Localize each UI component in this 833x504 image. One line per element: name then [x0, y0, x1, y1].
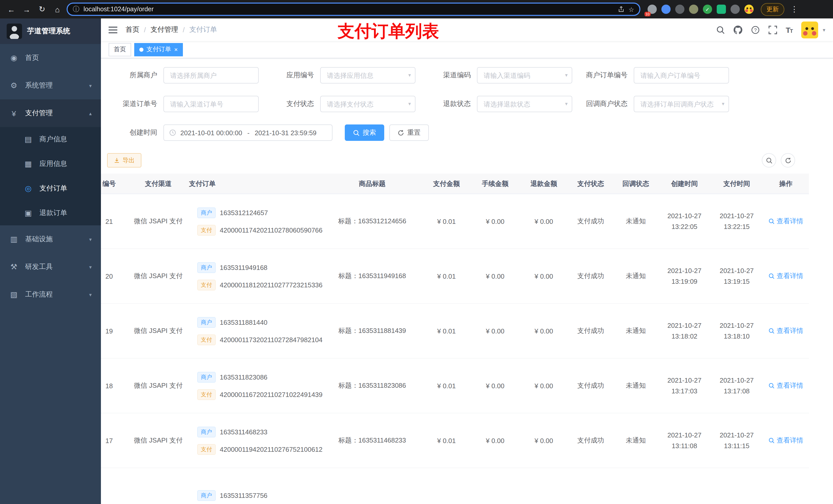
- cell-refund: ¥ 0.00: [520, 304, 568, 359]
- sidebar-item-3[interactable]: ▤商户信息: [0, 127, 101, 152]
- pay-tag: 支付: [197, 334, 216, 345]
- tab-pay-order[interactable]: 支付订单 ×: [134, 43, 183, 56]
- hamburger-icon[interactable]: [109, 26, 117, 33]
- refund-status-select[interactable]: [477, 96, 572, 112]
- field-label: 回调商户状态: [577, 99, 634, 109]
- field-label: 应用编号: [264, 71, 320, 80]
- home-icon[interactable]: ⌂: [51, 5, 64, 14]
- refresh-table-button[interactable]: [781, 153, 795, 167]
- browser-menu-icon[interactable]: ⋮: [790, 5, 798, 14]
- field-label: 商户订单编号: [577, 71, 634, 80]
- browser-extension-icon[interactable]: [661, 5, 671, 14]
- sidebar-item-4[interactable]: ▦应用信息: [0, 152, 101, 176]
- channel-code-select[interactable]: [477, 67, 572, 83]
- breadcrumb: 首页 / 支付管理 / 支付订单: [125, 25, 217, 34]
- col-header: 退款金额: [520, 174, 568, 194]
- sidebar-item-label: 工作流程: [25, 290, 53, 299]
- create-time-range-picker[interactable]: 2021-10-01 00:00:00 - 2021-10-31 23:59:5…: [163, 124, 332, 141]
- notify-status-select[interactable]: [634, 96, 729, 112]
- url-text: localhost:1024/pay/order: [84, 6, 154, 13]
- bookmark-star-icon[interactable]: ☆: [628, 5, 634, 13]
- browser-extension-icon[interactable]: ✓: [703, 5, 712, 14]
- url-bar[interactable]: ⓘ localhost:1024/pay/order ☆: [67, 3, 640, 16]
- sidebar-item-5[interactable]: ◎支付订单: [0, 176, 101, 201]
- breadcrumb-item[interactable]: 首页: [125, 25, 139, 34]
- sidebar-item-label: 支付管理: [25, 109, 53, 118]
- cell-amount: ¥ 0.01: [422, 359, 471, 413]
- cell-title: 标题：1635311881439: [322, 304, 422, 359]
- sidebar-item-6[interactable]: ▣退款订单: [0, 201, 101, 225]
- share-icon[interactable]: [618, 6, 624, 13]
- cell-order: 商户 1635311949168 支付 42000011812021102777…: [189, 249, 322, 304]
- merchant-order-no: 1635311949168: [220, 264, 267, 271]
- view-detail-link[interactable]: 查看详情: [768, 381, 803, 390]
- cell-create-time: 2021-10-2713:11:08: [658, 413, 711, 468]
- cell-notify-status: 未通知: [613, 249, 658, 304]
- cell-id: [101, 468, 127, 504]
- forward-icon[interactable]: →: [21, 5, 33, 14]
- reload-icon[interactable]: ↻: [36, 5, 48, 14]
- browser-extension-icon[interactable]: [675, 5, 685, 14]
- clock-icon: [169, 129, 176, 136]
- close-icon[interactable]: ×: [174, 46, 178, 53]
- toggle-search-button[interactable]: [762, 153, 776, 167]
- cell-order: 商户 1635311468233 支付 42000011942021102767…: [189, 413, 322, 468]
- chevron-down-icon: ▾: [565, 101, 568, 106]
- merchant-order-no: 1635311357756: [220, 491, 267, 499]
- back-icon[interactable]: ←: [5, 5, 18, 14]
- channel-order-no-input[interactable]: [163, 96, 259, 112]
- sidebar-item-1[interactable]: ⚙系统管理▾: [0, 72, 101, 99]
- merchant-order-no-input[interactable]: [634, 67, 729, 83]
- pay-tag: 支付: [197, 389, 216, 400]
- cell-refund: ¥ 0.00: [520, 413, 568, 468]
- view-detail-link[interactable]: 查看详情: [768, 271, 803, 281]
- view-detail-link[interactable]: 查看详情: [768, 436, 803, 445]
- breadcrumb-item[interactable]: 支付管理: [151, 25, 178, 34]
- pin-icon[interactable]: [731, 5, 740, 14]
- github-icon[interactable]: [733, 25, 742, 34]
- sidebar-item-9[interactable]: ▧工作流程▾: [0, 281, 101, 308]
- browser-extension-icon[interactable]: [689, 5, 698, 14]
- search-icon[interactable]: [716, 25, 724, 34]
- app-id-select[interactable]: [320, 67, 415, 83]
- devtools-icon: ⚒: [9, 262, 19, 271]
- extensions-puzzle-icon[interactable]: 10: [647, 5, 657, 14]
- cell-channel: 微信 JSAPI 支付: [127, 413, 189, 468]
- help-icon[interactable]: ?: [751, 25, 760, 34]
- cell-pay-time: 2021-10-2713:22:15: [711, 194, 763, 249]
- export-button[interactable]: 导出: [107, 153, 141, 167]
- merchant-input[interactable]: [163, 67, 259, 83]
- font-size-icon[interactable]: TT: [786, 25, 792, 34]
- cell-pay-status: [568, 468, 613, 504]
- refund-order-icon: ▣: [24, 209, 33, 218]
- pay-tag: 支付: [197, 224, 216, 235]
- fullscreen-icon[interactable]: [768, 25, 777, 34]
- cell-action: 查看详情: [763, 304, 809, 359]
- chevron-down-icon[interactable]: ▾: [823, 27, 825, 32]
- view-detail-link[interactable]: 查看详情: [768, 217, 803, 226]
- sidebar-item-label: 系统管理: [25, 81, 53, 90]
- sidebar-item-0[interactable]: ◉首页: [0, 44, 101, 72]
- cell-title: 标题：1635311949168: [322, 249, 422, 304]
- pay-status-select[interactable]: [320, 96, 415, 112]
- cell-create-time: 2021-10-2713:18:02: [658, 304, 711, 359]
- sidebar-item-2[interactable]: ¥支付管理▴: [0, 99, 101, 127]
- site-info-icon[interactable]: ⓘ: [73, 5, 79, 14]
- search-button[interactable]: 搜索: [345, 124, 384, 141]
- reset-button[interactable]: 重置: [389, 124, 429, 141]
- pay-tag: 支付: [197, 444, 216, 455]
- cell-order: 商户 1635311823086 支付 42000011672021102710…: [189, 359, 322, 413]
- search-icon: [768, 218, 775, 224]
- sidebar-item-7[interactable]: ▥基础设施▾: [0, 225, 101, 253]
- user-avatar[interactable]: [801, 21, 818, 38]
- sidebar-item-8[interactable]: ⚒研发工具▾: [0, 253, 101, 281]
- merchant-line: 商户 1635311823086: [197, 371, 267, 382]
- pay-line: 支付 4200001167202110271022491439: [197, 389, 323, 400]
- sidebar-item-label: 基础设施: [25, 235, 53, 244]
- browser-extension-icon[interactable]: [717, 5, 726, 14]
- view-detail-link[interactable]: 查看详情: [768, 326, 803, 335]
- cell-channel: 微信 JSAPI 支付: [127, 304, 189, 359]
- update-button[interactable]: 更新: [761, 3, 784, 16]
- profile-avatar-icon[interactable]: [744, 5, 754, 14]
- tab-home[interactable]: 首页: [109, 43, 131, 56]
